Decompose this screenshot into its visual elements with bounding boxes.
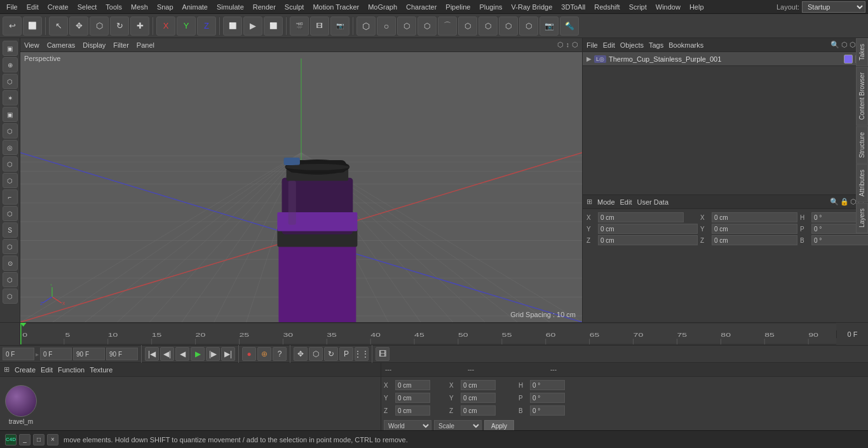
- mode-btn-12[interactable]: S: [3, 222, 18, 238]
- all-key-button[interactable]: ⋮⋮: [355, 347, 369, 361]
- tab-structure[interactable]: Structure: [856, 126, 868, 164]
- mat-function[interactable]: Function: [58, 366, 85, 374]
- menu-select[interactable]: Select: [74, 2, 101, 12]
- status-icon-minimize[interactable]: _: [19, 434, 31, 445]
- auto-key-button[interactable]: ⊕: [257, 347, 271, 361]
- coord-p-input[interactable]: [530, 393, 565, 403]
- start-frame-input[interactable]: [40, 348, 72, 360]
- light-button[interactable]: 🔦: [560, 17, 579, 36]
- null-button[interactable]: ⬡: [499, 17, 518, 36]
- mode-btn-4[interactable]: ✶: [3, 90, 18, 105]
- menu-edit[interactable]: Edit: [23, 2, 43, 12]
- menu-3dtoall[interactable]: 3DToAll: [557, 2, 589, 12]
- menu-simulate[interactable]: Simulate: [213, 2, 248, 12]
- mode-btn-7[interactable]: ◎: [3, 140, 18, 155]
- mode-btn-14[interactable]: ⊙: [3, 255, 18, 271]
- mode-btn-9[interactable]: ⬡: [3, 173, 18, 188]
- scale-key-button[interactable]: ⬡: [309, 347, 323, 361]
- mat-texture[interactable]: Texture: [90, 366, 112, 374]
- menu-render[interactable]: Render: [249, 2, 280, 12]
- attr-y-pos-input[interactable]: [598, 224, 698, 234]
- menu-redshift[interactable]: Redshift: [590, 2, 623, 12]
- menu-character[interactable]: Character: [402, 2, 440, 12]
- viewport-view[interactable]: View: [24, 41, 39, 49]
- boolean-button[interactable]: ⬡: [478, 17, 498, 36]
- sphere-button[interactable]: ○: [377, 17, 396, 36]
- viewport-filter[interactable]: Filter: [113, 41, 128, 49]
- object-row-1[interactable]: ▶ L◎ Thermo_Cup_Stainless_Purple_001: [583, 52, 868, 66]
- menu-animate[interactable]: Animate: [179, 2, 212, 12]
- menu-create[interactable]: Create: [44, 2, 72, 12]
- objects-icon2[interactable]: ⬡: [841, 41, 848, 49]
- attr-mode[interactable]: Mode: [597, 198, 615, 206]
- objects-icon3[interactable]: ⬡: [850, 41, 856, 49]
- attr-z-pos-input[interactable]: [598, 235, 698, 245]
- select-tool-button[interactable]: ↖: [49, 17, 68, 36]
- status-icon-restore[interactable]: □: [33, 434, 44, 445]
- mode-btn-11[interactable]: ⬡: [3, 206, 18, 221]
- mode-btn-6[interactable]: ⬡: [3, 123, 18, 139]
- attr-z-rot-input[interactable]: [712, 235, 797, 245]
- mode-btn-13[interactable]: ⬡: [3, 239, 18, 254]
- y-axis-button[interactable]: Y: [177, 17, 196, 36]
- mode-btn-8[interactable]: ⬡: [3, 156, 18, 172]
- mat-create[interactable]: Create: [15, 366, 36, 374]
- rot-key-button[interactable]: ↻: [324, 347, 338, 361]
- render-region-button[interactable]: 🎬: [290, 17, 309, 36]
- menu-pipeline[interactable]: Pipeline: [442, 2, 474, 12]
- attr-edit[interactable]: Edit: [620, 198, 632, 206]
- status-icon-cinema4d[interactable]: C4D: [5, 434, 17, 445]
- mode-btn-5[interactable]: ▣: [3, 107, 18, 122]
- attr-b-input[interactable]: [811, 235, 868, 245]
- mode-btn-16[interactable]: ⬡: [3, 288, 18, 304]
- prev-play-button[interactable]: ◀: [175, 347, 189, 361]
- next-frame-button[interactable]: |▶: [206, 347, 220, 361]
- attr-user-data[interactable]: User Data: [637, 198, 669, 206]
- scale-tool-button[interactable]: ⬡: [90, 17, 109, 36]
- go-start-button[interactable]: |◀: [145, 347, 159, 361]
- menu-snap[interactable]: Snap: [153, 2, 177, 12]
- attr-x-pos-input[interactable]: [598, 212, 684, 222]
- tab-attributes[interactable]: Attributes: [856, 164, 868, 202]
- menu-mograph[interactable]: MoGraph: [364, 2, 401, 12]
- cube-button[interactable]: ⬡: [356, 17, 376, 36]
- plane-button[interactable]: ⬡: [417, 17, 437, 36]
- menu-window[interactable]: Window: [652, 2, 684, 12]
- viewport-icon-1[interactable]: ⬡: [557, 41, 564, 49]
- record-button[interactable]: ●: [242, 347, 256, 361]
- spline-button[interactable]: ⌒: [438, 17, 457, 36]
- objects-tags[interactable]: Tags: [649, 41, 663, 49]
- playback-mode-button[interactable]: 🎞: [376, 347, 390, 361]
- viewport-icon-2[interactable]: ↕: [566, 41, 570, 49]
- key-button[interactable]: ?: [273, 347, 287, 361]
- mode-btn-2[interactable]: ⊕: [3, 57, 18, 72]
- material-item[interactable]: travel_m: [5, 385, 37, 425]
- attr-x-rot-input[interactable]: [712, 212, 797, 222]
- render-view-button[interactable]: 🎞: [310, 17, 329, 36]
- tab-takes[interactable]: Takes: [856, 38, 868, 66]
- coord-x-pos-input[interactable]: [395, 380, 430, 390]
- go-end-button[interactable]: ▶|: [221, 347, 235, 361]
- mode-btn-15[interactable]: ⬡: [3, 272, 18, 287]
- tab-content-browser[interactable]: Content Browser: [856, 67, 868, 125]
- coord-b-input[interactable]: [530, 405, 565, 416]
- objects-edit[interactable]: Edit: [603, 41, 615, 49]
- z-axis-button[interactable]: Z: [197, 17, 216, 36]
- sweep-button[interactable]: ⬡: [458, 17, 477, 36]
- end-frame-input[interactable]: [73, 348, 105, 360]
- menu-help[interactable]: Help: [686, 2, 708, 12]
- mode-btn-3[interactable]: ⬡: [3, 74, 18, 89]
- polygon-mode-button[interactable]: ▶: [243, 17, 262, 36]
- end-frame-input2[interactable]: [106, 348, 138, 360]
- play-button[interactable]: ▶: [191, 347, 205, 361]
- deformer-button[interactable]: ⬡: [519, 17, 538, 36]
- timeline-ruler[interactable]: 0 5 10 15 20 25 30 35 40 45 50 55 60 65 …: [20, 323, 836, 345]
- menu-mesh[interactable]: Mesh: [127, 2, 152, 12]
- mat-edit[interactable]: Edit: [41, 366, 53, 374]
- menu-vray[interactable]: V-Ray Bridge: [508, 2, 557, 12]
- cylinder-button[interactable]: ⬡: [397, 17, 416, 36]
- status-icon-close[interactable]: ×: [47, 434, 58, 445]
- viewport-icon-3[interactable]: ⬡: [572, 41, 578, 49]
- param-key-button[interactable]: P: [339, 347, 353, 361]
- viewport-cameras[interactable]: Cameras: [47, 41, 76, 49]
